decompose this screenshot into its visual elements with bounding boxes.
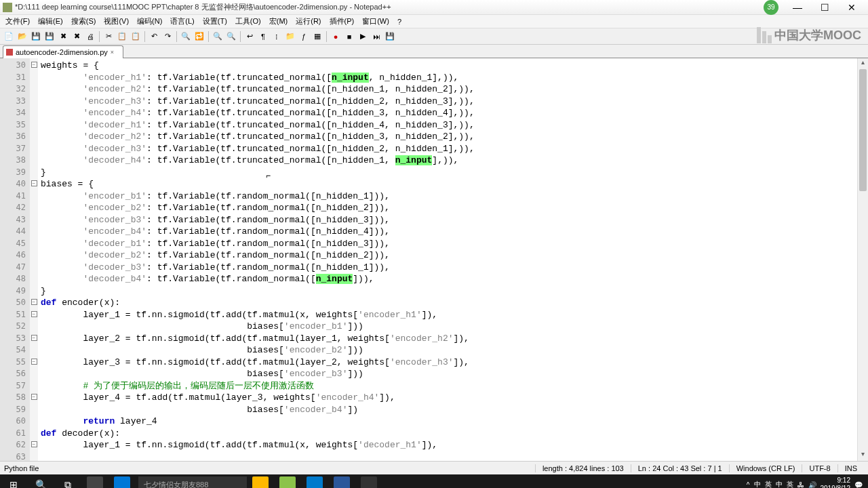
minimize-button[interactable]: — bbox=[784, 1, 811, 14]
undo-button[interactable]: ↶ bbox=[148, 30, 160, 43]
tray-ime-1[interactable]: 中 bbox=[754, 480, 761, 488]
tray-clock[interactable]: 9:12 2019/8/12 bbox=[821, 476, 851, 488]
menu-item[interactable]: 插件(P) bbox=[326, 15, 359, 28]
status-bar: Python file length : 4,824 lines : 103 L… bbox=[0, 461, 868, 474]
tray-ime-3[interactable]: 中 bbox=[776, 480, 783, 488]
redo-button[interactable]: ↷ bbox=[161, 30, 174, 43]
windows-taskbar: ⊞ 🔍 ⧉ 七夕情侣女朋友888 ^ 中 英 中 英 🖧 🔊 9:12 2019… bbox=[0, 474, 868, 488]
editor-area: 3031323334353637383940414243444546474849… bbox=[0, 58, 868, 461]
tray-network-icon[interactable]: 🖧 bbox=[797, 481, 804, 489]
status-encoding[interactable]: UTF-8 bbox=[802, 464, 837, 472]
file-modified-icon bbox=[6, 49, 13, 56]
menu-item[interactable]: 语言(L) bbox=[166, 15, 198, 28]
zoom-out-button[interactable]: 🔍 bbox=[225, 30, 237, 43]
toolbar-separator bbox=[176, 31, 177, 42]
tab-autoencoder[interactable]: autoencoder-2dimension.py × bbox=[3, 45, 123, 58]
status-position: Ln : 24 Col : 43 Sel : 7 | 1 bbox=[631, 464, 729, 472]
menu-item[interactable]: 编辑(E) bbox=[34, 15, 67, 28]
tray-ime-4[interactable]: 英 bbox=[787, 480, 793, 488]
close-button[interactable]: ✕ bbox=[838, 1, 865, 14]
play-macro-button[interactable]: ▶ bbox=[357, 30, 369, 43]
vertical-scrollbar[interactable]: ▴ ▾ bbox=[857, 58, 868, 461]
menu-item[interactable]: 文件(F) bbox=[1, 15, 34, 28]
mouse-cursor: ⌐ bbox=[266, 171, 271, 180]
toolbar-separator bbox=[208, 31, 209, 42]
toolbar-separator bbox=[326, 31, 327, 42]
toolbar-separator bbox=[240, 31, 241, 42]
task-view-button[interactable]: ⧉ bbox=[54, 474, 81, 488]
function-list-button[interactable]: ƒ bbox=[298, 30, 310, 43]
menu-item[interactable]: 宏(M) bbox=[265, 15, 292, 28]
cut-button[interactable]: ✂ bbox=[102, 30, 115, 43]
taskbar-app-word[interactable] bbox=[328, 474, 355, 488]
play-multi-button[interactable]: ⏭ bbox=[370, 30, 382, 43]
close-all-button[interactable]: ✖ bbox=[71, 30, 83, 43]
menu-item[interactable]: 编码(N) bbox=[133, 15, 166, 28]
copy-button[interactable]: 📋 bbox=[116, 30, 128, 43]
replace-button[interactable]: 🔁 bbox=[193, 30, 205, 43]
toolbar-separator bbox=[144, 31, 145, 42]
status-eol[interactable]: Windows (CR LF) bbox=[729, 464, 802, 472]
notification-badge[interactable]: 39 bbox=[764, 0, 778, 15]
record-macro-button[interactable]: ● bbox=[330, 30, 342, 43]
line-number-gutter: 3031323334353637383940414243444546474849… bbox=[0, 58, 30, 461]
title-bar: *D:\111 deep learning course\111MOOC PPT… bbox=[0, 0, 868, 15]
fold-column[interactable]: − − −− − − − − bbox=[30, 58, 38, 461]
mooc-watermark: 中国大学MOOC bbox=[757, 27, 861, 43]
print-button[interactable]: 🖨 bbox=[84, 30, 96, 43]
doc-map-button[interactable]: ▦ bbox=[311, 30, 323, 43]
stop-macro-button[interactable]: ■ bbox=[343, 30, 355, 43]
scroll-down-arrow[interactable]: ▾ bbox=[858, 450, 868, 461]
taskbar-app-terminal[interactable] bbox=[355, 474, 382, 488]
toolbar-separator bbox=[99, 31, 100, 42]
tray-ime-2[interactable]: 英 bbox=[765, 480, 772, 488]
status-length: length : 4,824 lines : 103 bbox=[535, 464, 631, 472]
taskbar-app-edge[interactable] bbox=[108, 474, 136, 488]
code-content[interactable]: weights = { 'encoder_h1': tf.Variable(tf… bbox=[38, 58, 857, 461]
taskbar-app-explorer[interactable] bbox=[247, 474, 274, 488]
taskbar-search-box[interactable]: 七夕情侣女朋友888 bbox=[138, 476, 247, 488]
taskbar-app-cortana[interactable] bbox=[81, 474, 108, 488]
tray-notifications-icon[interactable]: 💬 bbox=[854, 481, 863, 489]
indent-guide-button[interactable]: ⫶ bbox=[271, 30, 283, 43]
tab-bar: autoencoder-2dimension.py × bbox=[0, 45, 868, 58]
menu-item[interactable]: 运行(R) bbox=[292, 15, 325, 28]
show-symbols-button[interactable]: ¶ bbox=[257, 30, 269, 43]
menu-item[interactable]: 工具(O) bbox=[231, 15, 265, 28]
menu-item[interactable]: 视图(V) bbox=[100, 15, 133, 28]
status-insert-mode[interactable]: INS bbox=[837, 464, 864, 472]
search-icon[interactable]: 🔍 bbox=[27, 474, 54, 488]
word-wrap-button[interactable]: ↩ bbox=[243, 30, 256, 43]
open-file-button[interactable]: 📂 bbox=[16, 30, 28, 43]
taskbar-app-vscode[interactable] bbox=[301, 474, 328, 488]
tray-chevron-icon[interactable]: ^ bbox=[747, 481, 750, 489]
menu-bar: 文件(F)编辑(E)搜索(S)视图(V)编码(N)语言(L)设置(T)工具(O)… bbox=[0, 15, 868, 28]
folder-button[interactable]: 📁 bbox=[284, 30, 296, 43]
menu-item[interactable]: 窗口(W) bbox=[358, 15, 393, 28]
find-button[interactable]: 🔍 bbox=[180, 30, 192, 43]
save-all-button[interactable]: 💾 bbox=[43, 30, 56, 43]
close-file-button[interactable]: ✖ bbox=[57, 30, 69, 43]
tab-label: autoencoder-2dimension.py bbox=[16, 48, 108, 56]
scroll-thumb[interactable] bbox=[859, 69, 867, 191]
paste-button[interactable]: 📋 bbox=[130, 30, 142, 43]
tab-close-icon[interactable]: × bbox=[111, 49, 117, 56]
tray-volume-icon[interactable]: 🔊 bbox=[808, 481, 816, 489]
menu-item[interactable]: 设置(T) bbox=[199, 15, 231, 28]
zoom-in-button[interactable]: 🔍 bbox=[212, 30, 224, 43]
app-icon bbox=[3, 3, 12, 12]
maximize-button[interactable]: ☐ bbox=[811, 1, 838, 14]
menu-item[interactable]: 搜索(S) bbox=[67, 15, 100, 28]
taskbar-app-notepadpp[interactable] bbox=[274, 474, 301, 488]
save-button[interactable]: 💾 bbox=[30, 30, 42, 43]
status-filetype: Python file bbox=[4, 464, 535, 472]
window-title: *D:\111 deep learning course\111MOOC PPT… bbox=[15, 2, 764, 12]
scroll-up-arrow[interactable]: ▴ bbox=[858, 58, 868, 69]
menu-item[interactable]: ? bbox=[393, 16, 406, 27]
toolbar: 📄 📂 💾 💾 ✖ ✖ 🖨 ✂ 📋 📋 ↶ ↷ 🔍 🔁 🔍 🔍 ↩ ¶ ⫶ 📁 … bbox=[0, 28, 868, 45]
start-button[interactable]: ⊞ bbox=[0, 474, 27, 488]
system-tray[interactable]: ^ 中 英 中 英 🖧 🔊 9:12 2019/8/12 💬 bbox=[747, 476, 868, 488]
save-macro-button[interactable]: 💾 bbox=[384, 30, 396, 43]
new-file-button[interactable]: 📄 bbox=[3, 30, 15, 43]
